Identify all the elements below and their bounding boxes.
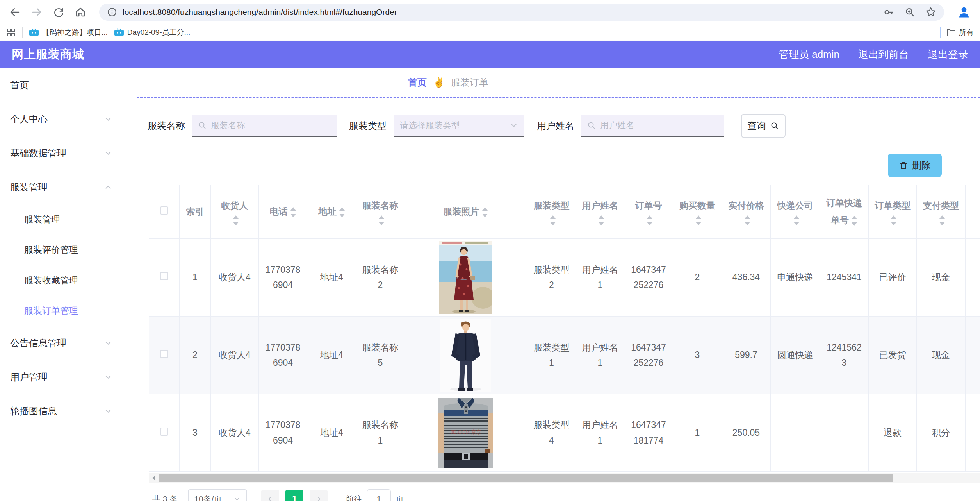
exit-to-front-link[interactable]: 退出到前台 <box>858 48 909 61</box>
sidebar-item-carousel[interactable]: 轮播图信息 <box>0 394 123 428</box>
sort-caret-icon[interactable] <box>339 206 345 218</box>
profile-avatar[interactable] <box>956 4 972 20</box>
sort-caret-icon[interactable] <box>695 215 702 226</box>
sort-caret-icon[interactable] <box>851 215 857 227</box>
cell-user: 用户姓名1 <box>576 317 624 394</box>
delete-button[interactable]: 删除 <box>888 154 942 177</box>
sidebar-item-announcement[interactable]: 公告信息管理 <box>0 326 123 360</box>
row-checkbox[interactable] <box>160 272 168 280</box>
home-icon[interactable] <box>73 5 87 19</box>
sidebar-item-clothing-order[interactable]: 服装订单管理 <box>0 295 123 326</box>
prev-page-button[interactable] <box>261 490 279 501</box>
sidebar-item-label: 基础数据管理 <box>10 147 66 159</box>
table-toolbar: 删除 <box>123 154 980 177</box>
logout-link[interactable]: 退出登录 <box>928 48 968 61</box>
sort-caret-icon[interactable] <box>744 215 750 226</box>
scroll-left-arrow-icon[interactable] <box>149 473 158 483</box>
cell-cloth-type: 服装类型1 <box>527 317 576 394</box>
col-header-order-type[interactable]: 订单类型 <box>869 185 917 239</box>
cell-courier <box>771 394 820 472</box>
cell-price: 599.7 <box>722 317 771 394</box>
col-header-consignee[interactable]: 收货人 <box>211 185 259 239</box>
cell-stub <box>966 239 980 317</box>
password-key-icon[interactable] <box>883 7 894 18</box>
col-header-user[interactable]: 用户姓名 <box>576 185 624 239</box>
address-bar[interactable]: localhost:8080/fuzhuangshangcheng/admin/… <box>99 4 944 21</box>
admin-user-label[interactable]: 管理员 admin <box>779 48 839 61</box>
sidebar-item-label: 服装收藏管理 <box>24 274 78 286</box>
sidebar-item-user-mgmt[interactable]: 用户管理 <box>0 360 123 394</box>
sort-caret-icon[interactable] <box>290 206 296 218</box>
sort-caret-icon[interactable] <box>939 215 945 226</box>
col-header-address[interactable]: 地址 <box>307 185 356 239</box>
product-photo-navy-jacket[interactable] <box>440 319 491 392</box>
product-photo-striped-polo[interactable]: JD.COM 京东 <box>438 398 493 468</box>
chevron-up-icon <box>104 183 112 191</box>
site-info-icon[interactable] <box>107 7 117 17</box>
cloth-name-input-wrap <box>192 115 337 137</box>
col-header-qty[interactable]: 购买数量 <box>673 185 722 239</box>
cloth-name-input[interactable] <box>211 120 331 131</box>
col-header-courier[interactable]: 快递公司 <box>771 185 820 239</box>
chevron-down-icon <box>104 407 112 415</box>
search-button-label: 查询 <box>747 120 766 132</box>
col-header-cloth-type[interactable]: 服装类型 <box>527 185 576 239</box>
table-row: 1 收货人4 17703786904 地址4 服装名称2 <box>149 239 980 317</box>
col-header-cloth-name[interactable]: 服装名称 <box>356 185 404 239</box>
col-header-phone[interactable]: 电话 <box>259 185 307 239</box>
zoom-icon[interactable] <box>904 7 915 18</box>
row-checkbox[interactable] <box>160 350 168 358</box>
cloth-type-select[interactable]: 请选择服装类型 <box>394 115 524 137</box>
forward-icon[interactable] <box>30 5 44 19</box>
search-icon <box>587 121 596 130</box>
sidebar-item-label: 用户管理 <box>10 371 48 383</box>
all-bookmarks[interactable]: 所有 <box>946 27 974 38</box>
horizontal-scrollbar[interactable] <box>149 473 980 483</box>
url-text[interactable]: localhost:8080/fuzhuangshangcheng/admin/… <box>123 7 878 17</box>
sidebar-item-personal-center[interactable]: 个人中心 <box>0 102 123 136</box>
sort-caret-icon[interactable] <box>891 215 897 226</box>
sort-caret-icon[interactable] <box>598 215 604 226</box>
select-all-checkbox[interactable] <box>160 206 168 215</box>
search-button[interactable]: 查询 <box>741 114 786 138</box>
col-header-pay-type[interactable]: 支付类型 <box>917 185 966 239</box>
sidebar-item-clothing-mgmt[interactable]: 服装管理 <box>0 170 123 204</box>
col-header-photo[interactable]: 服装照片 <box>404 185 527 239</box>
sort-caret-icon[interactable] <box>793 215 800 226</box>
col-header-order-no[interactable]: 订单号 <box>624 185 673 239</box>
total-count: 共 3 条 <box>152 494 178 501</box>
goto-page-input[interactable] <box>367 489 391 501</box>
sidebar-item-clothing-favorite[interactable]: 服装收藏管理 <box>0 265 123 295</box>
page-size-select[interactable]: 10条/页 <box>188 489 247 501</box>
cell-courier: 申通快递 <box>771 239 820 317</box>
sidebar-item-clothing-review[interactable]: 服装评价管理 <box>0 234 123 265</box>
back-icon[interactable] <box>8 5 22 19</box>
bookmark-item-2[interactable]: Day02-09-员工分... <box>114 27 191 38</box>
sidebar-item-home[interactable]: 首页 <box>0 68 123 102</box>
folder-icon <box>946 28 956 37</box>
sidebar-item-clothing[interactable]: 服装管理 <box>0 204 123 234</box>
row-checkbox[interactable] <box>160 428 168 436</box>
breadcrumb-home-link[interactable]: 首页 <box>408 76 427 89</box>
sort-caret-icon[interactable] <box>550 215 556 226</box>
bookmark-star-icon[interactable] <box>925 7 936 18</box>
product-photo-red-dress[interactable] <box>439 241 492 314</box>
sort-caret-icon[interactable] <box>647 215 653 226</box>
sort-caret-icon[interactable] <box>482 206 488 218</box>
bookmark-item-1[interactable]: 【码神之路】项目... <box>29 27 108 38</box>
sort-caret-icon[interactable] <box>233 215 239 226</box>
col-header-price[interactable]: 实付价格 <box>722 185 771 239</box>
cell-order-no: 1647347252276 <box>624 239 673 317</box>
apps-grid-icon[interactable] <box>6 28 16 37</box>
current-page-button[interactable]: 1 <box>285 490 303 501</box>
user-name-input[interactable] <box>600 120 718 131</box>
col-header-tracking[interactable]: 订单快递单号 <box>820 185 869 239</box>
cell-qty: 1 <box>673 394 722 472</box>
scrollbar-thumb[interactable] <box>159 474 893 482</box>
orders-table-wrap: 索引 收货人 电话 地址 服装名称 服装照片 服装类型 用户姓名 订单号 购买数… <box>149 185 980 472</box>
reload-icon[interactable] <box>52 5 66 19</box>
sort-caret-icon[interactable] <box>378 215 385 226</box>
cell-index: 1 <box>180 239 211 317</box>
sidebar-item-base-data[interactable]: 基础数据管理 <box>0 136 123 170</box>
next-page-button[interactable] <box>310 490 328 501</box>
